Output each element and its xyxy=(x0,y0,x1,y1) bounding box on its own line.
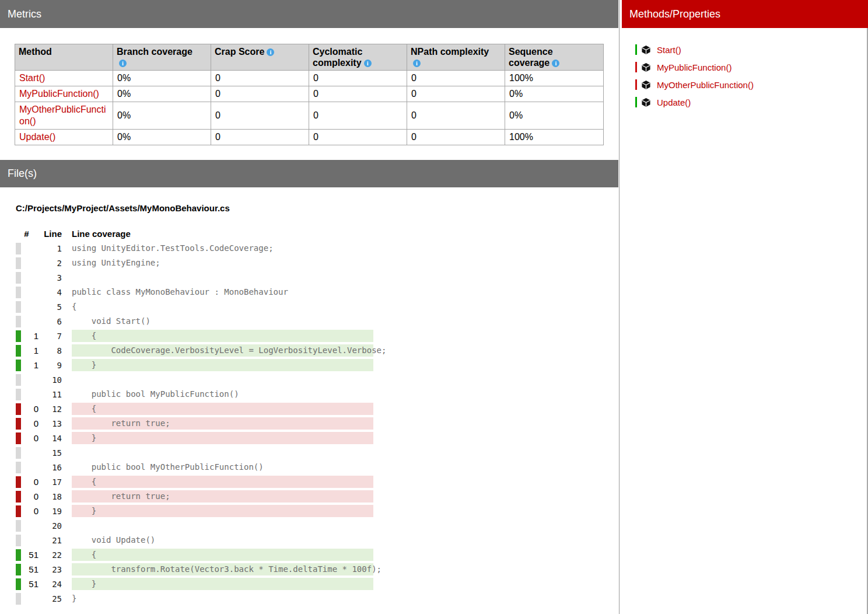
metrics-section-title: Metrics xyxy=(8,8,41,20)
coverage-indicator xyxy=(16,374,21,386)
coverage-indicator xyxy=(16,432,21,444)
metrics-column-header: Cyclomaticcomplexityi xyxy=(309,44,407,71)
code-text: } xyxy=(72,359,373,371)
metric-value-cell: 0 xyxy=(309,86,407,102)
code-text xyxy=(72,519,373,532)
code-row: 018 return true; xyxy=(15,489,373,504)
code-text: { xyxy=(72,549,373,561)
method-cell: MyPublicFunction() xyxy=(15,86,113,102)
metrics-column-label: coveragei xyxy=(509,57,600,68)
line-number: 21 xyxy=(38,536,62,545)
metrics-table: MethodBranch coverageiCrap ScoreiCycloma… xyxy=(15,44,604,145)
line-number: 24 xyxy=(38,580,62,589)
line-number: 5 xyxy=(38,302,62,312)
coverage-indicator xyxy=(16,287,21,298)
coverage-indicator xyxy=(16,316,21,327)
line-number: 3 xyxy=(38,273,62,282)
metric-value-cell: 0% xyxy=(505,86,604,102)
metrics-column-label: Sequence xyxy=(509,46,600,57)
line-number: 17 xyxy=(38,477,62,487)
hit-count: 1 xyxy=(21,331,38,341)
metric-value-cell: 0% xyxy=(505,102,604,130)
coverage-indicator xyxy=(16,549,21,561)
metrics-table-body: Start()0%000100%MyPublicFunction()0%0000… xyxy=(15,71,604,145)
hit-count: 0 xyxy=(21,477,38,487)
metric-value-cell: 0 xyxy=(211,86,309,102)
sidebar-method-item[interactable]: Start() xyxy=(635,41,754,58)
metric-value-cell: 0 xyxy=(309,71,407,86)
info-icon[interactable]: i xyxy=(552,60,559,67)
code-text: public class MyMonoBehaviour : MonoBehav… xyxy=(72,286,373,298)
coverage-indicator xyxy=(16,389,21,400)
method-link[interactable]: Start() xyxy=(19,73,45,83)
code-row: 013 return true; xyxy=(15,416,373,431)
hit-count: 0 xyxy=(21,506,38,516)
method-link[interactable]: MyOtherPublicFunction() xyxy=(19,104,106,126)
coverage-indicator xyxy=(16,272,21,284)
metric-value-cell: 0% xyxy=(113,71,211,86)
sidebar-method-link[interactable]: MyOtherPublicFunction() xyxy=(657,80,754,90)
metrics-column-label: Crap Scorei xyxy=(215,46,305,57)
coverage-indicator xyxy=(16,462,21,473)
code-text: { xyxy=(72,301,373,313)
info-icon[interactable]: i xyxy=(267,48,274,56)
info-icon[interactable]: i xyxy=(119,60,127,67)
line-number: 2 xyxy=(38,259,62,268)
metrics-column-header: Sequencecoveragei xyxy=(505,44,604,71)
code-text: } xyxy=(72,592,373,605)
code-text: using UnityEditor.TestTools.CodeCoverage… xyxy=(72,242,373,254)
line-number: 7 xyxy=(38,332,62,341)
line-number: 12 xyxy=(38,404,62,414)
method-link[interactable]: Update() xyxy=(19,132,55,142)
metrics-column-header: Method xyxy=(15,44,113,71)
code-row: 017 { xyxy=(15,475,373,489)
metric-value-cell: 0% xyxy=(113,130,211,145)
hit-count: 0 xyxy=(21,418,38,428)
metrics-row: Update()0%000100% xyxy=(15,130,604,145)
code-row: 2using UnityEngine; xyxy=(15,256,373,270)
code-text: } xyxy=(72,578,373,590)
sidebar-method-link[interactable]: MyPublicFunction() xyxy=(657,62,732,72)
code-row: 17 { xyxy=(15,329,373,343)
line-number: 16 xyxy=(38,463,62,472)
line-number: 15 xyxy=(38,448,62,458)
coverage-indicator xyxy=(16,403,21,415)
cube-icon xyxy=(641,80,651,90)
method-link[interactable]: MyPublicFunction() xyxy=(19,89,99,99)
info-icon[interactable]: i xyxy=(364,60,372,67)
coverage-indicator xyxy=(16,578,21,590)
sidebar-method-link[interactable]: Update() xyxy=(657,97,691,107)
line-number: 8 xyxy=(38,346,62,355)
code-row: 019 } xyxy=(15,504,373,518)
code-header-hash: # xyxy=(15,229,38,239)
code-text: void Update() xyxy=(72,534,373,546)
metric-value-cell: 0 xyxy=(211,102,309,130)
metrics-column-header: Crap Scorei xyxy=(211,44,309,71)
code-row: 20 xyxy=(15,518,373,533)
code-row: 014 } xyxy=(15,431,373,445)
metric-value-cell: 0 xyxy=(407,71,505,86)
sidebar-method-item[interactable]: MyPublicFunction() xyxy=(635,58,754,76)
metrics-column-label: Branch coverage xyxy=(117,46,207,57)
line-number: 10 xyxy=(38,375,62,385)
code-row: 11 public bool MyPublicFunction() xyxy=(15,387,373,402)
code-text: CodeCoverage.VerbosityLevel = LogVerbosi… xyxy=(72,344,373,357)
sidebar-method-item[interactable]: MyOtherPublicFunction() xyxy=(635,76,754,93)
files-section-header: File(s) xyxy=(0,160,618,187)
code-text: } xyxy=(72,432,373,444)
info-icon[interactable]: i xyxy=(413,60,421,67)
code-row: 21 void Update() xyxy=(15,533,373,547)
code-row: 5124 } xyxy=(15,577,373,591)
metric-value-cell: 0% xyxy=(113,102,211,130)
method-cell: Start() xyxy=(15,71,113,86)
metrics-column-icon-row: i xyxy=(411,57,501,68)
sidebar-method-link[interactable]: Start() xyxy=(657,45,681,55)
sidebar-method-item[interactable]: Update() xyxy=(635,93,754,111)
code-row: 10 xyxy=(15,372,373,387)
code-text: { xyxy=(72,330,373,342)
code-row: 4public class MyMonoBehaviour : MonoBeha… xyxy=(15,285,373,299)
line-number: 4 xyxy=(38,288,62,297)
coverage-indicator xyxy=(16,330,21,342)
coverage-indicator xyxy=(16,564,21,575)
code-text: public bool MyPublicFunction() xyxy=(72,388,373,400)
